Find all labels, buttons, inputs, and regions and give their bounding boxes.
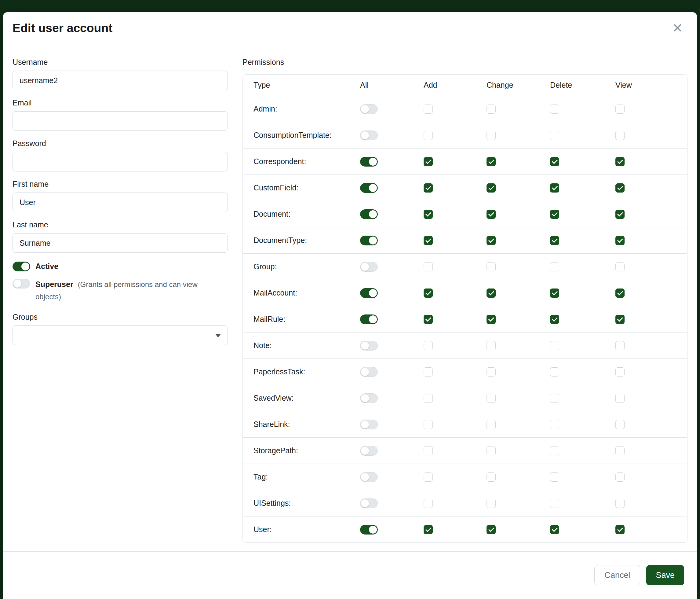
permission-view-checkbox[interactable] bbox=[616, 367, 625, 377]
permission-all-toggle[interactable] bbox=[360, 288, 378, 298]
permission-add-checkbox[interactable] bbox=[424, 341, 433, 350]
permission-view-checkbox[interactable] bbox=[616, 525, 625, 534]
permission-view-checkbox[interactable] bbox=[616, 420, 625, 429]
permission-change-checkbox[interactable] bbox=[486, 288, 496, 298]
permission-all-toggle[interactable] bbox=[360, 183, 378, 193]
permission-delete-checkbox[interactable] bbox=[550, 131, 559, 140]
last-name-input[interactable] bbox=[12, 233, 228, 253]
permission-change-checkbox[interactable] bbox=[486, 315, 496, 324]
permission-view-checkbox[interactable] bbox=[616, 183, 625, 193]
permission-all-toggle[interactable] bbox=[360, 262, 378, 272]
permission-row: Document: bbox=[243, 201, 687, 227]
permission-change-checkbox[interactable] bbox=[486, 131, 496, 140]
permission-view-checkbox[interactable] bbox=[616, 157, 625, 166]
permission-view-checkbox[interactable] bbox=[616, 315, 625, 324]
permission-view-checkbox[interactable] bbox=[616, 131, 625, 140]
permission-add-checkbox[interactable] bbox=[424, 315, 433, 324]
permission-all-toggle[interactable] bbox=[360, 209, 378, 219]
permission-add-checkbox[interactable] bbox=[424, 367, 433, 377]
permission-type-label: UISettings: bbox=[243, 499, 360, 508]
permission-delete-checkbox[interactable] bbox=[550, 499, 559, 508]
permission-add-checkbox[interactable] bbox=[424, 525, 433, 534]
permission-delete-checkbox[interactable] bbox=[550, 367, 559, 377]
permission-add-checkbox[interactable] bbox=[424, 210, 433, 219]
permission-delete-checkbox[interactable] bbox=[550, 446, 559, 455]
permission-all-toggle[interactable] bbox=[360, 314, 378, 324]
superuser-toggle[interactable] bbox=[12, 279, 30, 288]
permission-row: DocumentType: bbox=[243, 227, 687, 253]
permission-change-checkbox[interactable] bbox=[486, 367, 496, 377]
close-icon[interactable]: ✕ bbox=[672, 22, 683, 34]
permission-delete-checkbox[interactable] bbox=[550, 104, 559, 114]
permission-add-checkbox[interactable] bbox=[424, 262, 433, 271]
permission-add-checkbox[interactable] bbox=[424, 157, 433, 166]
permission-delete-checkbox[interactable] bbox=[550, 288, 559, 298]
permission-all-toggle[interactable] bbox=[360, 446, 378, 456]
permission-change-checkbox[interactable] bbox=[486, 341, 496, 350]
permission-change-checkbox[interactable] bbox=[486, 236, 496, 245]
permission-delete-checkbox[interactable] bbox=[550, 525, 559, 534]
permission-change-checkbox[interactable] bbox=[486, 210, 496, 219]
permission-view-checkbox[interactable] bbox=[616, 104, 625, 114]
permission-delete-checkbox[interactable] bbox=[550, 341, 559, 350]
permission-delete-checkbox[interactable] bbox=[550, 315, 559, 324]
permission-change-checkbox[interactable] bbox=[486, 525, 496, 534]
permission-view-checkbox[interactable] bbox=[616, 446, 625, 455]
permission-add-checkbox[interactable] bbox=[424, 104, 433, 114]
permission-delete-checkbox[interactable] bbox=[550, 157, 559, 166]
permission-delete-checkbox[interactable] bbox=[550, 420, 559, 429]
permission-all-toggle[interactable] bbox=[360, 525, 378, 534]
permission-add-checkbox[interactable] bbox=[424, 183, 433, 193]
permission-delete-checkbox[interactable] bbox=[550, 262, 559, 271]
first-name-input[interactable] bbox=[12, 193, 228, 212]
permission-delete-checkbox[interactable] bbox=[550, 183, 559, 193]
permission-delete-checkbox[interactable] bbox=[550, 473, 559, 482]
permission-view-checkbox[interactable] bbox=[616, 288, 625, 298]
permission-change-checkbox[interactable] bbox=[486, 473, 496, 482]
permission-add-checkbox[interactable] bbox=[424, 499, 433, 508]
permission-delete-checkbox[interactable] bbox=[550, 210, 559, 219]
permission-view-checkbox[interactable] bbox=[616, 341, 625, 350]
permission-add-checkbox[interactable] bbox=[424, 131, 433, 140]
permission-add-checkbox[interactable] bbox=[424, 288, 433, 298]
permission-add-checkbox[interactable] bbox=[424, 446, 433, 455]
permission-view-checkbox[interactable] bbox=[616, 393, 625, 403]
password-input[interactable] bbox=[12, 152, 228, 171]
permission-change-checkbox[interactable] bbox=[486, 157, 496, 166]
permission-all-toggle[interactable] bbox=[360, 499, 378, 508]
permission-add-checkbox[interactable] bbox=[424, 393, 433, 403]
permission-view-checkbox[interactable] bbox=[616, 499, 625, 508]
first-name-field-group: First name bbox=[12, 180, 228, 212]
permission-delete-checkbox[interactable] bbox=[550, 393, 559, 403]
email-input[interactable] bbox=[12, 111, 228, 131]
permission-add-checkbox[interactable] bbox=[424, 236, 433, 245]
permission-change-checkbox[interactable] bbox=[486, 499, 496, 508]
permission-change-checkbox[interactable] bbox=[486, 420, 496, 429]
permission-view-checkbox[interactable] bbox=[616, 262, 625, 271]
username-input[interactable] bbox=[12, 71, 228, 90]
permission-change-checkbox[interactable] bbox=[486, 104, 496, 114]
permission-delete-checkbox[interactable] bbox=[550, 236, 559, 245]
permission-change-checkbox[interactable] bbox=[486, 183, 496, 193]
permission-all-toggle[interactable] bbox=[360, 341, 378, 351]
permission-add-checkbox[interactable] bbox=[424, 420, 433, 429]
permission-view-checkbox[interactable] bbox=[616, 473, 625, 482]
permission-add-checkbox[interactable] bbox=[424, 473, 433, 482]
permission-view-checkbox[interactable] bbox=[616, 236, 625, 245]
permission-all-toggle[interactable] bbox=[360, 367, 378, 377]
permission-change-checkbox[interactable] bbox=[486, 262, 496, 271]
active-toggle[interactable] bbox=[12, 262, 30, 271]
permission-all-toggle[interactable] bbox=[360, 157, 378, 167]
permission-all-toggle[interactable] bbox=[360, 393, 378, 403]
permission-all-toggle[interactable] bbox=[360, 420, 378, 429]
permission-all-toggle[interactable] bbox=[360, 236, 378, 245]
permission-all-toggle[interactable] bbox=[360, 472, 378, 482]
permission-change-checkbox[interactable] bbox=[486, 393, 496, 403]
permission-all-toggle[interactable] bbox=[360, 130, 378, 140]
groups-select[interactable] bbox=[12, 326, 228, 345]
cancel-button[interactable]: Cancel bbox=[594, 565, 640, 585]
save-button[interactable]: Save bbox=[646, 565, 684, 585]
permission-all-toggle[interactable] bbox=[360, 104, 378, 114]
permission-change-checkbox[interactable] bbox=[486, 446, 496, 455]
permission-view-checkbox[interactable] bbox=[616, 210, 625, 219]
